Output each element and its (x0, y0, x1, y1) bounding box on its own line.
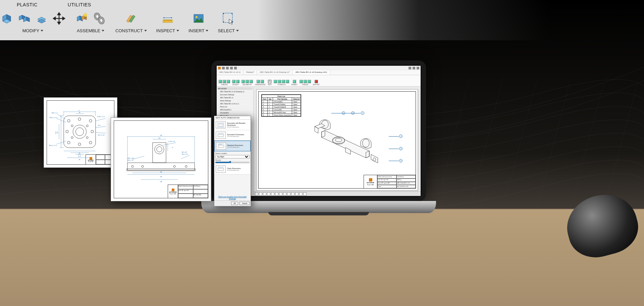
browser-item[interactable]: Parts List (217, 105, 253, 108)
header-plastic[interactable]: PLASTIC (17, 2, 38, 7)
sheet-thumbnail[interactable] (299, 192, 303, 196)
centermark-icon[interactable] (246, 80, 249, 83)
sheet-nav-prev-icon[interactable] (259, 192, 262, 196)
rotate-view-icon[interactable] (236, 80, 239, 83)
sheet-thumbnail[interactable] (283, 192, 286, 196)
inspect-label[interactable]: INSPECT (156, 28, 175, 33)
modify-tool-1-icon[interactable] (0, 12, 13, 25)
sheet-thumbnail[interactable] (267, 192, 270, 196)
drawing-window-bracket: 256 250 206 130 110 75 Ø30 x 13.8 ⌄ Ø20 … (111, 117, 211, 201)
select-label[interactable]: SELECT (218, 28, 235, 33)
base-view-icon[interactable] (219, 80, 222, 83)
density-slider[interactable] (215, 162, 250, 163)
app-logo-icon[interactable] (218, 67, 221, 69)
svg-point-110 (185, 165, 187, 167)
redo-icon[interactable] (234, 67, 237, 69)
ordinate-icon[interactable] (261, 80, 264, 83)
browser-item[interactable]: Document Settings (217, 93, 253, 96)
sheet-thumbnail[interactable] (287, 192, 290, 196)
density-label: Density (215, 159, 250, 161)
modify-label[interactable]: MODIFY (22, 28, 40, 33)
dim-option-symmetric[interactable]: Symmetric Dimensions19 of 56 dimensions (214, 130, 251, 141)
modify-tool-2-icon[interactable] (17, 12, 31, 25)
browser-item[interactable]: ABC-Table-BG v1 v6 v1 1 (217, 102, 253, 105)
tab-drawing-1[interactable]: ABC-Table-BG v1 v6 Drawing v1* (257, 70, 292, 75)
datum-location-select[interactable]: Top Right (215, 155, 250, 158)
move-view-icon[interactable] (232, 80, 235, 83)
tab-related[interactable]: Related* (244, 70, 257, 75)
file-menu-icon[interactable] (222, 67, 225, 69)
group-inspect: INSPECT (156, 10, 179, 33)
dim-option-symmetric-baseline[interactable]: Symmetric with Baseline Dimensions18 of … (214, 120, 251, 130)
group-modify: MODIFY (0, 10, 66, 33)
browser-item[interactable]: ABC-Table-BG v1 (217, 96, 253, 99)
svg-point-65 (89, 141, 92, 144)
parts-list-icon[interactable] (300, 80, 303, 83)
sheet-thumbnail[interactable] (291, 192, 294, 196)
rg-geometry: GEOMETRY (241, 80, 253, 86)
save-icon[interactable] (226, 67, 229, 69)
browser-item[interactable]: ABCGear001:1 (217, 108, 253, 111)
table-icon[interactable] (308, 80, 311, 83)
undo-icon[interactable] (230, 67, 233, 69)
weld-icon[interactable] (286, 80, 289, 83)
cancel-button[interactable]: Cancel (239, 202, 250, 205)
fcf-icon[interactable] (282, 80, 285, 83)
surface-icon[interactable] (274, 80, 277, 83)
tab-drawing-2[interactable]: ABC-Table-BG v1 v6 Drawing v1(1) (293, 70, 330, 75)
balloon-icon[interactable] (304, 80, 307, 83)
dimension-icon[interactable] (257, 80, 260, 83)
svg-text:75: 75 (172, 147, 173, 148)
assemble-label[interactable]: ASSEMBLE (77, 28, 100, 33)
text-icon[interactable]: A (268, 80, 271, 83)
assemble-tool-icon[interactable] (75, 12, 89, 25)
browser-item[interactable]: ABC-Table-BG v1 v6 Drawing v1 (217, 90, 253, 93)
sheet-thumbnail[interactable] (263, 192, 266, 196)
export-pdf-icon[interactable] (315, 80, 318, 83)
svg-text:Ø4.5 x 20: Ø4.5 x 20 (182, 153, 188, 155)
sheet-thumbnail[interactable] (275, 192, 278, 196)
edge-icon[interactable] (250, 80, 253, 83)
extensions-icon[interactable] (409, 67, 411, 69)
ok-button[interactable]: OK (231, 202, 238, 205)
rg-modify: MODIFY (232, 80, 239, 86)
browser-header: BROWSER (217, 87, 253, 90)
projected-view-icon[interactable] (223, 80, 226, 83)
browser-item[interactable]: Sheet Settings (217, 99, 253, 102)
sheet-add-icon[interactable] (303, 192, 307, 196)
modify-tool-3-icon[interactable] (35, 12, 48, 25)
construct-label[interactable]: CONSTRUCT (115, 28, 143, 33)
insert-img-icon[interactable] (293, 80, 296, 83)
datum-icon[interactable] (278, 80, 281, 83)
insert-label[interactable]: INSERT (189, 28, 204, 33)
svg-line-96 (96, 118, 106, 121)
balloon-3[interactable]: 3 (361, 111, 364, 115)
insert-image-icon[interactable] (192, 12, 205, 25)
feedback-link[interactable]: Share your thoughts about Automated Draw… (214, 195, 251, 200)
dim-option-chain[interactable]: Chain Dimensions19 of 56 dimensions (214, 164, 251, 174)
help-icon[interactable] (417, 67, 419, 69)
section-view-icon[interactable] (227, 80, 230, 83)
browser-item[interactable]: AArotateB:1 (217, 111, 253, 114)
drawing-sheet: Parts List Item Qty Part Number Material… (256, 89, 418, 191)
sheet-nav-first-icon[interactable] (255, 192, 258, 196)
sheet-thumbnail[interactable] (271, 192, 274, 196)
title-block[interactable]: AUTODESK Fusion 360 Sheet Tolerances (mm… (364, 175, 416, 188)
header-utilities[interactable]: UTILITIES (68, 2, 91, 7)
construct-plane-icon[interactable] (124, 12, 138, 25)
sheet-thumbnail[interactable] (295, 192, 299, 196)
move-icon[interactable] (52, 12, 66, 25)
svg-rect-103 (127, 169, 195, 171)
mini-title-block: AUTODESKFusion 360 (86, 154, 114, 164)
drawing-sheet-area[interactable]: Parts List Item Qty Part Number Material… (254, 87, 421, 196)
joint-tool-icon[interactable] (93, 12, 106, 25)
tab-model[interactable]: ABC-Table-BG v1 v6 v1 (217, 70, 244, 75)
dim-option-baseline[interactable]: Baseline Dimensions16 of 29 dimensions (214, 141, 251, 151)
svg-rect-133 (218, 124, 223, 126)
measure-icon[interactable] (161, 12, 174, 25)
isometric-view[interactable]: 1 2 3 4 5 6 (289, 110, 409, 171)
select-icon[interactable] (222, 12, 235, 25)
centerline-icon[interactable] (241, 80, 245, 83)
user-icon[interactable] (413, 67, 415, 69)
sheet-thumbnail[interactable] (279, 192, 282, 196)
